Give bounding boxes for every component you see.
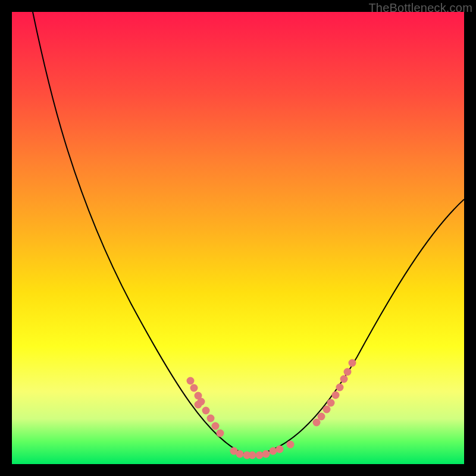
curve-left: [33, 12, 247, 455]
highlight-dot: [349, 359, 356, 367]
highlight-dot: [323, 406, 331, 414]
highlight-dot: [249, 452, 256, 459]
highlight-dot: [344, 368, 352, 376]
highlight-dot: [276, 446, 284, 453]
highlight-dot: [270, 447, 277, 455]
chart-plot-area: [12, 12, 464, 464]
chart-svg: [12, 12, 464, 464]
dot-cluster-left: [187, 377, 224, 437]
highlight-dot: [287, 441, 295, 449]
curve-right: [247, 199, 464, 455]
highlight-dot: [256, 452, 264, 459]
highlight-dot: [262, 450, 270, 458]
highlight-dot: [327, 399, 335, 407]
highlight-dot: [212, 422, 220, 430]
highlight-dot: [236, 450, 244, 458]
highlight-dot: [202, 407, 210, 415]
highlight-dot: [340, 375, 348, 383]
highlight-dot: [336, 384, 344, 392]
dot-cluster-right: [313, 359, 356, 427]
highlight-dot: [207, 415, 215, 422]
highlight-dot: [217, 430, 224, 437]
highlight-dot: [187, 377, 195, 385]
highlight-dot: [190, 384, 198, 392]
highlight-dot: [195, 401, 202, 409]
highlight-dot: [318, 413, 325, 421]
highlight-dot: [332, 392, 340, 399]
watermark-text: TheBottleneck.com: [368, 1, 472, 15]
